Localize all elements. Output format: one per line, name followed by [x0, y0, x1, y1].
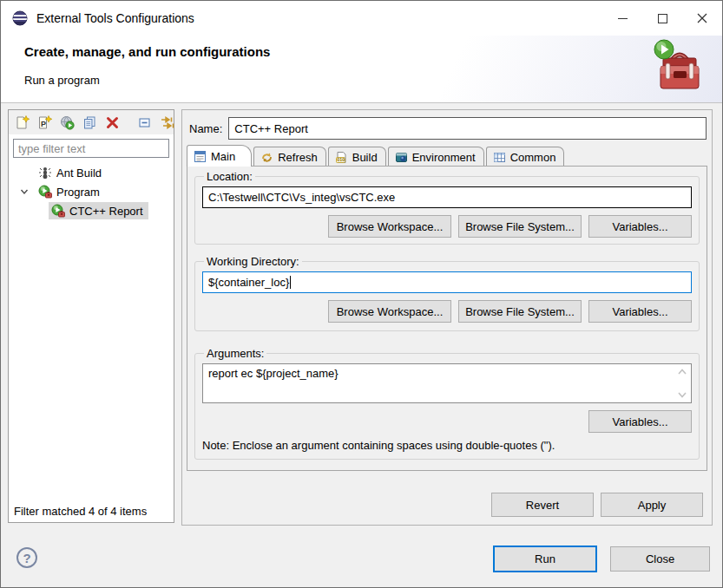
arguments-note: Note: Enclose an argument containing spa…	[202, 439, 692, 452]
tab-label: Main	[211, 150, 235, 163]
tab-environment[interactable]: Environment	[388, 147, 484, 167]
ant-icon	[38, 166, 52, 180]
banner: Create, manage, and run configurations R…	[1, 36, 722, 103]
tree-label: Program	[56, 186, 100, 199]
maximize-icon	[658, 14, 667, 23]
working-directory-value: ${container_loc}	[208, 276, 289, 289]
location-input[interactable]: C:\Testwell\CTC\Vs_integ\vsCTC.exe	[202, 186, 692, 208]
location-browse-filesystem-button[interactable]: Browse File System...	[458, 215, 582, 238]
arguments-textarea[interactable]: report ec ${project_name}	[202, 363, 692, 403]
new-launch-configuration-icon[interactable]	[15, 115, 30, 130]
filter-launch-configurations-icon[interactable]	[160, 115, 174, 130]
name-input[interactable]	[228, 117, 707, 140]
external-tools-dialog: External Tools Configurations Create, ma…	[0, 0, 723, 588]
tree-label: CTC++ Report	[69, 205, 143, 218]
name-label: Name:	[189, 122, 222, 135]
workdir-browse-filesystem-button[interactable]: Browse File System...	[458, 300, 582, 323]
collapse-all-icon[interactable]	[137, 115, 152, 130]
location-value: C:\Testwell\CTC\Vs_integ\vsCTC.exe	[208, 191, 395, 204]
filter-input[interactable]	[13, 139, 169, 158]
tree-item-program[interactable]: Program	[9, 182, 174, 201]
workdir-browse-workspace-button[interactable]: Browse Workspace...	[328, 300, 451, 323]
refresh-tab-icon	[260, 151, 273, 164]
run-button[interactable]: Run	[493, 546, 597, 572]
config-tabs: Main Refresh 0	[187, 145, 707, 167]
close-icon	[697, 13, 707, 23]
close-button[interactable]: Close	[610, 546, 710, 572]
workdir-variables-button[interactable]: Variables...	[588, 300, 692, 323]
new-prototype-icon[interactable]: P	[37, 115, 52, 130]
duplicate-launch-configuration-icon[interactable]	[82, 115, 97, 130]
titlebar: External Tools Configurations	[1, 1, 722, 36]
program-icon	[38, 185, 52, 199]
eclipse-logo-icon	[12, 10, 28, 26]
text-cursor	[290, 276, 291, 289]
working-directory-group: Working Directory: ${container_loc} Brow…	[194, 255, 700, 331]
location-group: Location: C:\Testwell\CTC\Vs_integ\vsCTC…	[194, 170, 700, 245]
working-directory-input[interactable]: ${container_loc}	[202, 271, 692, 293]
svg-text:P: P	[41, 120, 46, 128]
window-title: External Tools Configurations	[36, 11, 194, 25]
location-legend: Location:	[204, 170, 255, 183]
filter-status-text: Filter matched 4 of 4 items	[14, 505, 147, 518]
tab-refresh[interactable]: Refresh	[253, 147, 326, 167]
scroll-up-icon[interactable]	[678, 369, 687, 375]
svg-text:010: 010	[337, 157, 345, 162]
help-button[interactable]: ?	[16, 547, 37, 568]
tab-common[interactable]: Common	[486, 147, 565, 167]
program-icon	[51, 204, 65, 218]
main-tab-content: Location: C:\Testwell\CTC\Vs_integ\vsCTC…	[187, 166, 707, 471]
location-variables-button[interactable]: Variables...	[588, 215, 692, 238]
scroll-down-icon[interactable]	[678, 392, 687, 398]
tab-label: Build	[352, 151, 378, 164]
main-tab-icon	[194, 150, 207, 163]
build-tab-icon: 010	[335, 151, 348, 164]
arguments-value: report ec ${project_name}	[208, 367, 338, 380]
tree-item-ant-build[interactable]: Ant Build	[9, 163, 174, 182]
launch-config-tree: Ant Build Program	[9, 163, 174, 220]
apply-button[interactable]: Apply	[601, 493, 703, 517]
environment-tab-icon	[395, 151, 408, 164]
working-directory-legend: Working Directory:	[204, 255, 302, 268]
tab-main[interactable]: Main	[187, 145, 252, 167]
tab-label: Common	[510, 151, 556, 164]
export-launch-configuration-icon[interactable]	[60, 115, 75, 130]
arguments-variables-button[interactable]: Variables...	[588, 410, 692, 433]
tree-label: Ant Build	[56, 167, 102, 180]
launch-config-sidebar: P	[8, 109, 174, 523]
tree-item-ctc-report[interactable]: CTC++ Report	[9, 201, 174, 220]
tab-build[interactable]: 010 Build	[328, 147, 386, 167]
maximize-button[interactable]	[642, 1, 682, 36]
arguments-legend: Arguments:	[204, 347, 266, 360]
banner-subtitle: Run a program	[24, 74, 100, 87]
delete-launch-configuration-icon[interactable]	[105, 115, 120, 130]
chevron-expanded-icon[interactable]	[19, 186, 30, 197]
arguments-group: Arguments: report ec ${project_name} Var…	[194, 347, 700, 460]
tab-label: Refresh	[278, 151, 318, 164]
close-window-button[interactable]	[682, 1, 722, 36]
revert-button[interactable]: Revert	[491, 493, 594, 517]
external-tools-toolbox-icon	[653, 39, 707, 95]
banner-title: Create, manage, and run configurations	[24, 44, 270, 59]
minimize-icon	[618, 18, 628, 19]
location-browse-workspace-button[interactable]: Browse Workspace...	[328, 215, 451, 238]
minimize-button[interactable]	[602, 1, 642, 36]
sidebar-toolbar: P	[9, 110, 174, 134]
question-mark-icon: ?	[23, 551, 30, 565]
config-editor-panel: Name: Main	[181, 109, 713, 526]
common-tab-icon	[493, 151, 506, 164]
tab-label: Environment	[412, 151, 476, 164]
